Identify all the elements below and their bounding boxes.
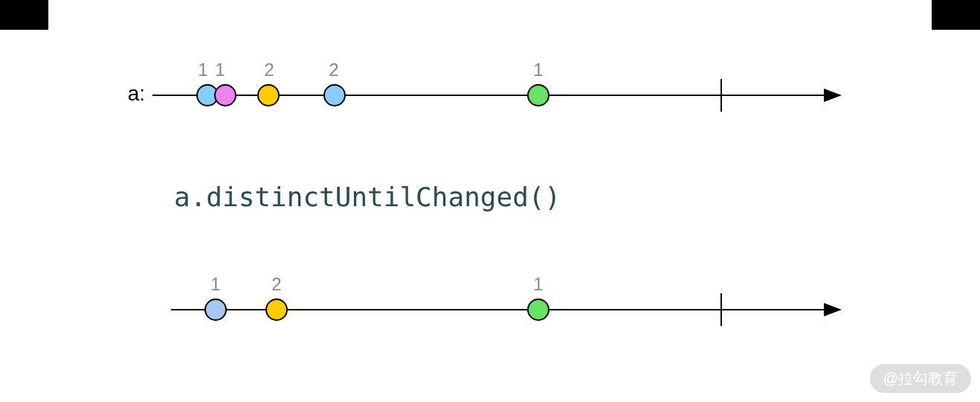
input-stream-marble-4-value: 1: [527, 60, 549, 80]
input-stream-marble-3-value: 2: [323, 60, 345, 80]
output-stream-marble-1: [265, 299, 288, 321]
output-stream-marble-1-value: 2: [265, 274, 288, 295]
input-stream-marble-1: [214, 84, 236, 106]
watermark-badge: @拉勾教育: [870, 364, 971, 393]
output-stream-marble-2-value: 1: [527, 274, 549, 295]
output-stream-marble-0: [204, 299, 227, 321]
input-stream-marble-1-value: 1: [209, 60, 231, 80]
operator-expression: a.distinctUntilChanged(): [174, 182, 561, 212]
input-stream-marble-3: [323, 84, 346, 106]
input-stream-arrowhead-icon: [824, 89, 842, 102]
input-stream-marble-2-value: 2: [258, 60, 280, 80]
marble-diagram: a:11221121a.distinctUntilChanged(): [0, 0, 980, 402]
output-stream-marble-0-value: 1: [204, 274, 227, 295]
output-stream-complete-tick: [721, 293, 722, 326]
input-stream-timeline: [152, 95, 827, 96]
input-stream-label: a:: [108, 82, 145, 106]
input-stream-complete-tick: [721, 79, 722, 112]
output-stream-arrowhead-icon: [824, 303, 842, 316]
input-stream-marble-4: [527, 84, 549, 106]
input-stream-marble-2: [257, 84, 280, 106]
output-stream-marble-2: [527, 299, 549, 321]
